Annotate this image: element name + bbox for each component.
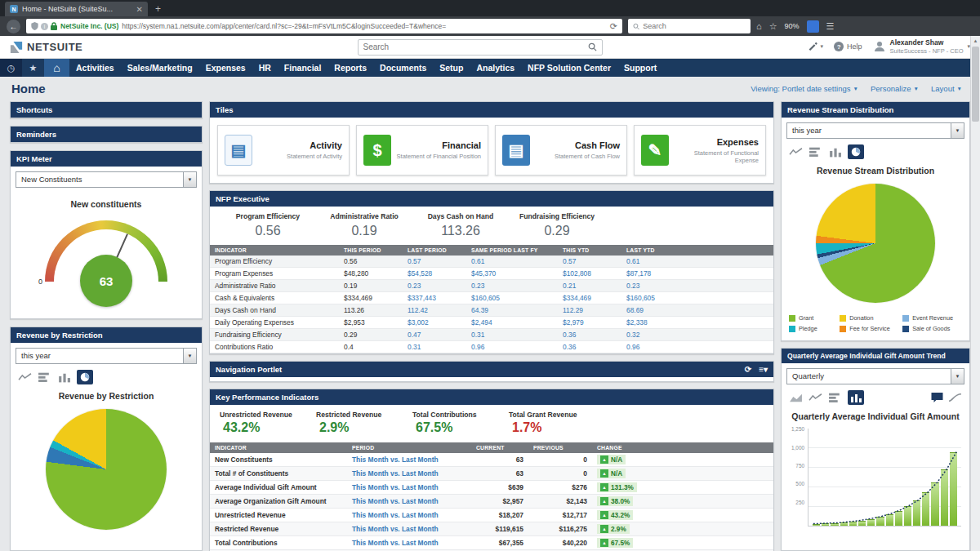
period-link[interactable]: This Month vs. Last Month xyxy=(347,468,471,479)
browser-search-box[interactable] xyxy=(628,19,751,33)
extension-icon[interactable] xyxy=(807,20,819,33)
pie-chart-icon[interactable] xyxy=(77,370,93,384)
nav-menu-item[interactable]: Support xyxy=(617,63,663,73)
revenue-stream-pie[interactable] xyxy=(816,184,935,303)
same-period-cell[interactable]: 0.96 xyxy=(466,341,558,353)
browser-search-input[interactable] xyxy=(643,22,746,30)
same-period-cell[interactable]: $45,370 xyxy=(466,268,558,279)
last-ytd-cell[interactable]: 0.61 xyxy=(621,256,773,267)
tab-close-icon[interactable]: ✕ xyxy=(136,5,143,14)
hbar-chart-icon[interactable] xyxy=(808,146,822,158)
column-chart-icon[interactable] xyxy=(57,371,71,383)
pie-chart-icon[interactable] xyxy=(848,144,864,159)
nav-menu-item[interactable]: Activities xyxy=(69,63,121,73)
last-period-cell[interactable]: 112.42 xyxy=(403,304,466,316)
new-tab-button[interactable]: + xyxy=(148,2,168,16)
global-search-box[interactable] xyxy=(358,39,603,56)
portlet-header[interactable]: Reminders xyxy=(11,127,202,142)
last-period-cell[interactable]: $3,002 xyxy=(403,317,466,328)
last-period-cell[interactable]: 0.47 xyxy=(403,329,466,340)
last-period-cell[interactable]: 0.23 xyxy=(403,280,466,291)
portlet-header[interactable]: Tiles xyxy=(210,102,773,118)
page-scrollbar[interactable]: ▲ xyxy=(970,36,980,551)
layout-link[interactable]: Layout▼ xyxy=(931,84,962,93)
nav-menu-item[interactable]: Analytics xyxy=(470,63,521,73)
url-box[interactable]: i NetSuite Inc. (US) https://system.na1.… xyxy=(26,19,622,33)
netsuite-logo[interactable]: NETSUITE xyxy=(10,41,206,54)
portlet-header[interactable]: Navigation Portlet ⟳ ≡▾ xyxy=(210,362,773,377)
chart-comment-icon[interactable] xyxy=(930,392,944,403)
nav-menu-item[interactable]: Documents xyxy=(373,63,433,73)
this-ytd-cell[interactable]: 0.57 xyxy=(558,256,621,267)
kpi-highlight[interactable]: Restricted Revenue 2.9% xyxy=(316,411,412,435)
period-link[interactable]: This Month vs. Last Month xyxy=(347,523,471,535)
same-period-cell[interactable]: $160,605 xyxy=(466,292,558,304)
period-link[interactable]: This Month vs. Last Month xyxy=(347,495,471,507)
browser-home-icon[interactable]: ⌂ xyxy=(756,21,762,31)
nav-menu-item[interactable]: Setup xyxy=(433,63,470,73)
last-ytd-cell[interactable]: $2,338 xyxy=(621,317,773,328)
revenue-stream-period-select[interactable]: this year ▼ xyxy=(786,122,964,139)
this-ytd-cell[interactable]: 112.29 xyxy=(558,304,621,316)
column-chart-icon[interactable] xyxy=(828,146,842,158)
kpi-highlight[interactable]: Total Grant Revenue 1.7% xyxy=(509,411,605,435)
last-ytd-cell[interactable]: 68.69 xyxy=(621,304,773,316)
url-text[interactable]: https://system.na1.netsuite.com/app/cent… xyxy=(122,22,606,30)
reload-icon[interactable]: ⟳ xyxy=(610,21,617,32)
nav-menu-item[interactable]: Reports xyxy=(327,63,373,73)
last-ytd-cell[interactable]: $87,178 xyxy=(621,268,773,279)
search-icon[interactable] xyxy=(588,42,597,51)
scrollbar-thumb[interactable] xyxy=(972,47,979,122)
this-ytd-cell[interactable]: $2,979 xyxy=(558,317,621,328)
this-ytd-cell[interactable]: $334,469 xyxy=(558,292,621,304)
this-ytd-cell[interactable]: 0.21 xyxy=(558,280,621,291)
portlet-header[interactable]: Shortcuts xyxy=(11,102,202,118)
back-icon[interactable]: ← xyxy=(7,20,20,33)
last-ytd-cell[interactable]: $160,605 xyxy=(621,292,773,304)
nav-menu-item[interactable]: Sales/Marketing xyxy=(121,63,199,73)
same-period-cell[interactable]: $2,494 xyxy=(466,317,558,328)
portlet-header[interactable]: KPI Meter xyxy=(11,151,202,167)
help-button[interactable]: ? Help xyxy=(834,42,862,51)
period-link[interactable]: This Month vs. Last Month xyxy=(347,509,471,521)
home-tab-icon[interactable]: ⌂ xyxy=(44,59,69,77)
line-chart-icon[interactable] xyxy=(18,371,32,383)
browser-tab[interactable]: N Home - NetSuite (SuiteSu... ✕ xyxy=(5,2,148,16)
portlet-header[interactable]: Revenue by Restriction xyxy=(11,327,202,343)
last-period-cell[interactable]: 0.57 xyxy=(403,256,466,267)
nav-menu-item[interactable]: Financial xyxy=(278,63,328,73)
portlet-header[interactable]: Quarterly Average Individual Gift Amount… xyxy=(782,349,969,363)
period-link[interactable]: This Month vs. Last Month xyxy=(347,537,471,549)
plot-area[interactable] xyxy=(808,429,961,527)
menu-icon[interactable]: ☰ xyxy=(826,21,835,32)
column-chart-icon[interactable] xyxy=(848,390,864,405)
info-icon[interactable]: i xyxy=(41,23,48,30)
security-site-label[interactable]: NetSuite Inc. (US) xyxy=(60,22,118,30)
restriction-period-select[interactable]: this year ▼ xyxy=(16,348,197,364)
last-ytd-cell[interactable]: 0.96 xyxy=(621,341,773,353)
last-ytd-cell[interactable]: 0.32 xyxy=(621,329,773,340)
zoom-level[interactable]: 90% xyxy=(785,22,800,30)
area-chart-icon[interactable] xyxy=(789,392,803,403)
report-tile[interactable]: Expenses Statement of Functional Expense xyxy=(634,125,766,176)
report-tile[interactable]: Activity Statement of Activity xyxy=(217,125,350,176)
same-period-cell[interactable]: 0.31 xyxy=(466,329,558,340)
trendline-toggle-icon[interactable] xyxy=(948,392,962,403)
nav-menu-item[interactable]: Expenses xyxy=(199,63,252,73)
user-menu[interactable]: Alexander Shaw SuiteSuccess - NFP - CEO … xyxy=(873,39,970,55)
last-period-cell[interactable]: 0.31 xyxy=(403,341,466,353)
kpi-highlight[interactable]: Unrestricted Revenue 43.2% xyxy=(220,411,316,435)
report-tile[interactable]: Financial Statement of Financial Positio… xyxy=(356,125,488,176)
viewing-settings-link[interactable]: Viewing: Portlet date settings▼ xyxy=(751,84,858,93)
same-period-cell[interactable]: 0.61 xyxy=(466,256,558,267)
period-link[interactable]: This Month vs. Last Month xyxy=(347,454,471,465)
hbar-chart-icon[interactable] xyxy=(828,392,842,403)
portlet-header[interactable]: Key Performance Indicators xyxy=(210,389,773,405)
recent-records-icon[interactable]: ◷ xyxy=(0,59,22,77)
refresh-icon[interactable]: ⟳ xyxy=(745,365,751,374)
portlet-header[interactable]: NFP Executive xyxy=(210,191,773,207)
global-search-input[interactable] xyxy=(363,42,588,51)
kpi-meter-select[interactable]: New Constituents ▼ xyxy=(16,171,197,188)
this-ytd-cell[interactable]: 0.36 xyxy=(558,341,621,353)
kpi-highlight[interactable]: Total Contributions 67.5% xyxy=(412,411,509,435)
